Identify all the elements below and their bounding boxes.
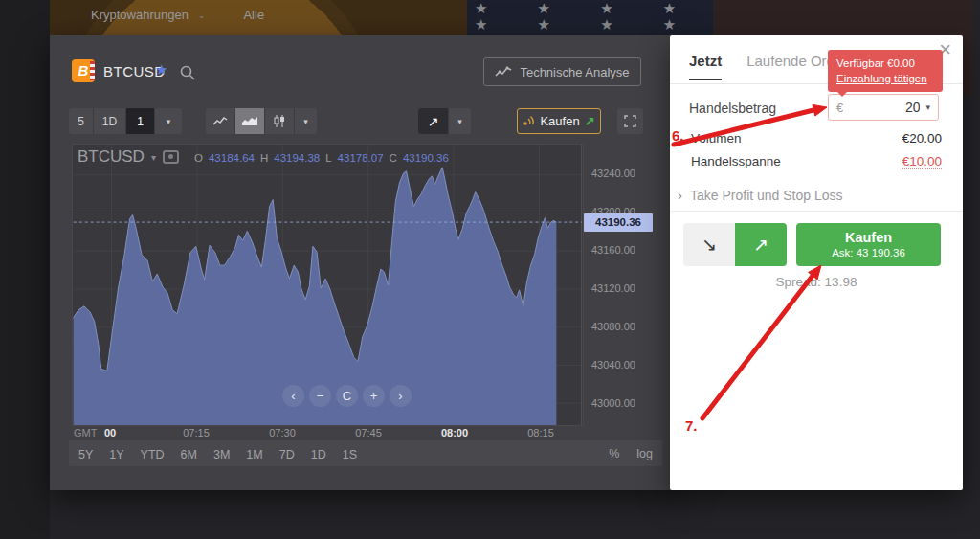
- chart-type-dropdown-button[interactable]: ▾: [295, 108, 317, 134]
- current-price-badge: 43190.36: [584, 213, 653, 232]
- snapshot-icon[interactable]: [163, 150, 179, 164]
- percent-scale-button[interactable]: %: [609, 447, 619, 460]
- kaufen-ask-price: Ask: 43 190.36: [796, 247, 941, 258]
- interval-1-button[interactable]: 1: [126, 108, 155, 134]
- zoom-in-button[interactable]: +: [363, 385, 385, 407]
- interval-dropdown-button[interactable]: ▾: [155, 108, 182, 134]
- y-tick-label: 43240.00: [591, 168, 635, 179]
- chevron-down-icon[interactable]: ▾: [925, 102, 930, 112]
- trading-app-screen: ★ ★ ★ ★ ★ ★ ★ ★ ★ ★ Kryptowährungen ⌄ Al…: [0, 0, 980, 539]
- margin-row: Handelsspanne €10.00: [691, 154, 942, 169]
- range-button-5y[interactable]: 5Y: [78, 448, 93, 461]
- open-value: 43184.64: [209, 152, 255, 164]
- price-chart[interactable]: [72, 144, 584, 426]
- y-tick-label: 43120.00: [591, 282, 635, 294]
- chevron-down-icon[interactable]: ⌄: [198, 11, 206, 20]
- favorite-star-icon[interactable]: ★: [155, 61, 167, 79]
- range-button-7d[interactable]: 7D: [279, 448, 295, 461]
- trend-dropdown-button[interactable]: ▾: [449, 108, 471, 134]
- chart-symbol-dropdown[interactable]: BTCUSD ▾: [78, 147, 179, 167]
- log-scale-button[interactable]: log: [636, 447, 653, 460]
- trade-amount-label: Handelsbetrag: [689, 101, 776, 116]
- x-tick-label: 07:30: [261, 427, 303, 438]
- y-axis[interactable]: 43240.0043200.0043160.0043120.0043080.00…: [591, 144, 668, 426]
- section-divider: [670, 211, 963, 212]
- interval-segmented-control: 5 1D 1 ▾: [69, 108, 182, 134]
- pan-left-button[interactable]: ‹: [282, 385, 304, 407]
- currency-symbol: €: [836, 101, 843, 115]
- take-profit-stop-loss-toggle[interactable]: › Take Profit und Stop Loss: [678, 187, 843, 203]
- range-button-1m[interactable]: 1M: [246, 448, 262, 461]
- kaufen-button-label: Kaufen: [796, 230, 941, 245]
- range-button-6m[interactable]: 6M: [181, 448, 197, 461]
- range-button-ytd[interactable]: YTD: [141, 448, 165, 461]
- x-tick-label: 00: [89, 427, 131, 438]
- bitcoin-logo-icon: B: [72, 59, 95, 82]
- close-value: 43190.36: [403, 152, 449, 164]
- y-tick-label: 43040.00: [591, 359, 635, 371]
- range-button-1s[interactable]: 1S: [343, 448, 357, 461]
- search-icon[interactable]: [179, 64, 196, 81]
- candlestick-chart-type-button[interactable]: [265, 108, 295, 134]
- signal-icon: [523, 115, 535, 127]
- close-label: C: [390, 152, 397, 164]
- chevron-down-icon: ▾: [457, 117, 462, 126]
- sell-direction-button[interactable]: ↘: [683, 223, 735, 266]
- chart-type-segmented-control: ▾: [206, 108, 317, 134]
- x-tick-label: 08:00: [434, 427, 476, 438]
- high-value: 43194.38: [274, 152, 320, 164]
- pan-right-button[interactable]: ›: [390, 385, 412, 407]
- chart-modal: B BTCUSD ★ Technische Analyse 5 1D 1 ▾: [50, 35, 681, 490]
- line-chart-icon: [495, 66, 512, 78]
- volume-label: Volumen: [691, 131, 742, 146]
- area-chart-icon: [241, 116, 258, 126]
- range-bar: 5Y1YYTD6M3M1M7D1D1S % log: [69, 440, 662, 466]
- interval-1d-button[interactable]: 1D: [94, 108, 126, 134]
- deposit-link[interactable]: Einzahlung tätigen: [836, 71, 934, 86]
- y-tick-label: 43000.00: [591, 397, 635, 409]
- kaufen-button[interactable]: Kaufen Ask: 43 190.36: [796, 223, 941, 266]
- chart-area: BTCUSD ▾ O 43184.64 H 43194.38 L 43178.0…: [72, 144, 670, 426]
- buy-arrow-icon: ↗: [753, 234, 768, 256]
- left-rail: [0, 0, 50, 539]
- amount-input[interactable]: [843, 100, 920, 115]
- buy-direction-button[interactable]: ↗: [735, 223, 787, 266]
- chevron-down-icon: ▾: [151, 152, 156, 163]
- tab-jetzt[interactable]: Jetzt: [689, 53, 722, 80]
- reset-view-button[interactable]: C: [336, 385, 358, 407]
- range-buttons-group: 5Y1YYTD6M3M1M7D1D1S: [78, 445, 373, 462]
- volume-value: €20.00: [902, 131, 942, 146]
- category-breadcrumb: Kryptowährungen ⌄ Alle: [91, 8, 264, 22]
- sell-arrow-icon: ↘: [702, 234, 717, 256]
- zoom-out-button[interactable]: −: [309, 385, 331, 407]
- high-label: H: [260, 152, 268, 164]
- fullscreen-button[interactable]: [617, 108, 643, 134]
- chevron-right-icon: ›: [678, 187, 682, 203]
- available-balance-text: Verfügbar €0.00: [836, 56, 934, 71]
- toolbar-buy-button[interactable]: Kaufen ↗: [517, 108, 601, 134]
- chevron-down-icon: ▾: [167, 117, 171, 126]
- low-value: 43178.07: [338, 152, 384, 164]
- range-button-1y[interactable]: 1Y: [109, 448, 123, 461]
- range-button-1d[interactable]: 1D: [311, 448, 326, 461]
- order-panel: × Jetzt Laufende Order Verfügbar €0.00 E…: [670, 35, 963, 490]
- line-chart-icon: [212, 117, 228, 126]
- chevron-down-icon: ▾: [303, 117, 308, 126]
- logo-stripes: [90, 61, 95, 80]
- fullscreen-icon: [624, 115, 636, 127]
- range-button-3m[interactable]: 3M: [213, 448, 230, 461]
- x-tick-label: 07:15: [175, 427, 217, 438]
- line-chart-type-button[interactable]: [206, 108, 235, 134]
- direction-buttons: ↘ ↗: [683, 223, 787, 266]
- trend-arrow-button[interactable]: ↗: [418, 108, 449, 134]
- toolbar-buy-label: Kaufen: [540, 114, 579, 128]
- x-axis[interactable]: GMT 0007:1507:3007:4508:0008:15: [72, 426, 670, 441]
- technical-analysis-button[interactable]: Technische Analyse: [483, 57, 641, 86]
- candlestick-icon: [273, 115, 286, 127]
- margin-value: €10.00: [902, 154, 942, 169]
- interval-5-button[interactable]: 5: [69, 108, 94, 134]
- chart-symbol-label: BTCUSD: [78, 147, 145, 167]
- filter-all-label[interactable]: Alle: [243, 8, 264, 22]
- category-label[interactable]: Kryptowährungen: [91, 8, 189, 22]
- area-chart-type-button[interactable]: [235, 108, 265, 134]
